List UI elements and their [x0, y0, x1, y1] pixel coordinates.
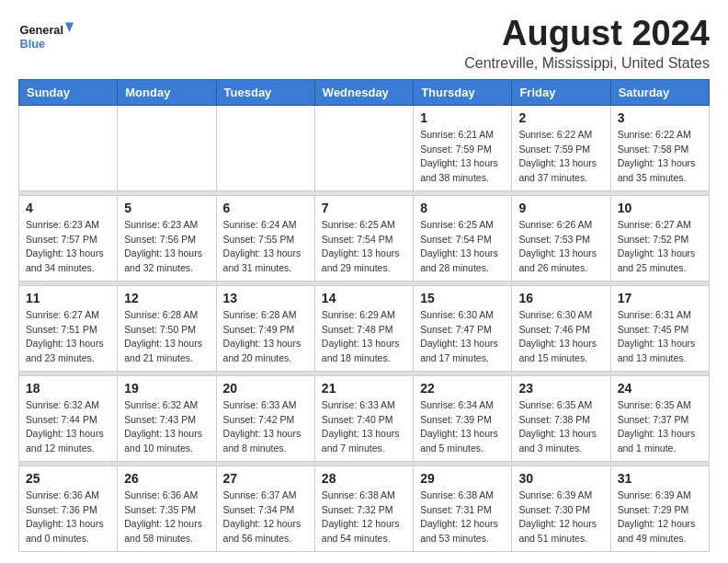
calendar-cell-1-2: 6 Sunrise: 6:24 AMSunset: 7:55 PMDayligh… — [216, 195, 314, 281]
calendar-cell-4-3: 28 Sunrise: 6:38 AMSunset: 7:32 PMDaylig… — [314, 465, 413, 551]
day-number: 27 — [223, 471, 308, 486]
day-info: Sunrise: 6:27 AMSunset: 7:51 PMDaylight:… — [26, 308, 110, 366]
calendar-cell-2-2: 13 Sunrise: 6:28 AMSunset: 7:49 PMDaylig… — [216, 285, 314, 371]
day-info: Sunrise: 6:22 AMSunset: 7:58 PMDaylight:… — [618, 128, 702, 186]
day-info: Sunrise: 6:30 AMSunset: 7:47 PMDaylight:… — [420, 308, 505, 366]
day-info: Sunrise: 6:26 AMSunset: 7:53 PMDaylight:… — [518, 218, 603, 276]
day-number: 13 — [223, 291, 308, 305]
day-number: 16 — [518, 291, 603, 305]
week-row-5: 25 Sunrise: 6:36 AMSunset: 7:36 PMDaylig… — [19, 465, 710, 551]
header-tuesday: Tuesday — [216, 79, 314, 105]
calendar-cell-2-6: 17 Sunrise: 6:31 AMSunset: 7:45 PMDaylig… — [610, 285, 709, 371]
week-row-3: 11 Sunrise: 6:27 AMSunset: 7:51 PMDaylig… — [19, 285, 710, 371]
day-number: 9 — [518, 201, 603, 215]
svg-marker-2 — [65, 23, 74, 33]
calendar-cell-0-0 — [19, 105, 118, 190]
day-number: 17 — [618, 291, 702, 305]
day-number: 15 — [420, 291, 505, 305]
calendar-cell-3-3: 21 Sunrise: 6:33 AMSunset: 7:40 PMDaylig… — [314, 375, 413, 461]
day-number: 11 — [26, 291, 110, 305]
day-info: Sunrise: 6:32 AMSunset: 7:43 PMDaylight:… — [124, 398, 209, 456]
calendar-cell-2-0: 11 Sunrise: 6:27 AMSunset: 7:51 PMDaylig… — [19, 285, 118, 371]
calendar-cell-2-3: 14 Sunrise: 6:29 AMSunset: 7:48 PMDaylig… — [314, 285, 413, 371]
calendar-cell-4-2: 27 Sunrise: 6:37 AMSunset: 7:34 PMDaylig… — [216, 465, 314, 551]
day-info: Sunrise: 6:23 AMSunset: 7:56 PMDaylight:… — [124, 218, 209, 276]
day-info: Sunrise: 6:25 AMSunset: 7:54 PMDaylight:… — [420, 218, 505, 276]
calendar-cell-3-6: 24 Sunrise: 6:35 AMSunset: 7:37 PMDaylig… — [610, 375, 709, 461]
day-number: 6 — [223, 201, 308, 215]
day-info: Sunrise: 6:31 AMSunset: 7:45 PMDaylight:… — [618, 308, 702, 366]
day-number: 25 — [26, 471, 110, 486]
calendar-table: Sunday Monday Tuesday Wednesday Thursday… — [18, 79, 710, 552]
day-info: Sunrise: 6:36 AMSunset: 7:36 PMDaylight:… — [26, 488, 110, 546]
day-number: 30 — [518, 471, 603, 486]
day-number: 7 — [322, 201, 406, 215]
header-saturday: Saturday — [610, 79, 709, 105]
day-number: 4 — [26, 201, 110, 215]
header-thursday: Thursday — [414, 79, 512, 105]
calendar-cell-3-4: 22 Sunrise: 6:34 AMSunset: 7:39 PMDaylig… — [414, 375, 512, 461]
day-number: 22 — [420, 381, 505, 396]
day-number: 10 — [618, 201, 702, 215]
day-number: 29 — [420, 471, 505, 486]
day-info: Sunrise: 6:28 AMSunset: 7:50 PMDaylight:… — [124, 308, 209, 366]
day-number: 2 — [518, 110, 603, 125]
calendar-cell-4-4: 29 Sunrise: 6:38 AMSunset: 7:31 PMDaylig… — [414, 465, 512, 551]
calendar-cell-4-5: 30 Sunrise: 6:39 AMSunset: 7:30 PMDaylig… — [512, 465, 610, 551]
day-info: Sunrise: 6:35 AMSunset: 7:37 PMDaylight:… — [618, 398, 702, 456]
day-info: Sunrise: 6:32 AMSunset: 7:44 PMDaylight:… — [26, 398, 110, 456]
svg-text:Blue: Blue — [20, 37, 46, 51]
day-number: 28 — [322, 471, 406, 486]
day-info: Sunrise: 6:37 AMSunset: 7:34 PMDaylight:… — [223, 488, 308, 546]
week-row-1: 1 Sunrise: 6:21 AMSunset: 7:59 PMDayligh… — [19, 105, 710, 190]
day-info: Sunrise: 6:33 AMSunset: 7:42 PMDaylight:… — [223, 398, 308, 456]
day-info: Sunrise: 6:34 AMSunset: 7:39 PMDaylight:… — [420, 398, 505, 456]
page-header: General Blue August 2024 Centreville, Mi… — [18, 15, 710, 72]
day-info: Sunrise: 6:21 AMSunset: 7:59 PMDaylight:… — [420, 128, 505, 186]
logo-svg: General Blue — [18, 15, 74, 55]
month-title: August 2024 — [464, 15, 710, 53]
header-sunday: Sunday — [19, 79, 118, 105]
calendar-cell-0-6: 3 Sunrise: 6:22 AMSunset: 7:58 PMDayligh… — [610, 105, 709, 190]
calendar-cell-2-5: 16 Sunrise: 6:30 AMSunset: 7:46 PMDaylig… — [512, 285, 610, 371]
week-row-2: 4 Sunrise: 6:23 AMSunset: 7:57 PMDayligh… — [19, 195, 710, 281]
calendar-cell-4-0: 25 Sunrise: 6:36 AMSunset: 7:36 PMDaylig… — [19, 465, 118, 551]
logo: General Blue — [18, 15, 74, 55]
day-number: 23 — [518, 381, 603, 396]
calendar-cell-0-5: 2 Sunrise: 6:22 AMSunset: 7:59 PMDayligh… — [512, 105, 610, 190]
day-info: Sunrise: 6:24 AMSunset: 7:55 PMDaylight:… — [223, 218, 308, 276]
header-friday: Friday — [512, 79, 610, 105]
calendar-cell-4-1: 26 Sunrise: 6:36 AMSunset: 7:35 PMDaylig… — [118, 465, 216, 551]
day-number: 26 — [124, 471, 209, 486]
title-section: August 2024 Centreville, Mississippi, Un… — [464, 15, 710, 72]
calendar-cell-0-4: 1 Sunrise: 6:21 AMSunset: 7:59 PMDayligh… — [414, 105, 512, 190]
day-info: Sunrise: 6:23 AMSunset: 7:57 PMDaylight:… — [26, 218, 110, 276]
day-info: Sunrise: 6:29 AMSunset: 7:48 PMDaylight:… — [322, 308, 406, 366]
day-info: Sunrise: 6:38 AMSunset: 7:32 PMDaylight:… — [322, 488, 406, 546]
svg-text:General: General — [20, 23, 63, 37]
calendar-cell-3-2: 20 Sunrise: 6:33 AMSunset: 7:42 PMDaylig… — [216, 375, 314, 461]
weekday-header-row: Sunday Monday Tuesday Wednesday Thursday… — [19, 79, 710, 105]
calendar-cell-1-1: 5 Sunrise: 6:23 AMSunset: 7:56 PMDayligh… — [118, 195, 216, 281]
day-number: 20 — [223, 381, 308, 396]
day-number: 21 — [322, 381, 406, 396]
calendar-cell-3-0: 18 Sunrise: 6:32 AMSunset: 7:44 PMDaylig… — [19, 375, 118, 461]
day-info: Sunrise: 6:22 AMSunset: 7:59 PMDaylight:… — [518, 128, 603, 186]
day-info: Sunrise: 6:36 AMSunset: 7:35 PMDaylight:… — [124, 488, 209, 546]
day-info: Sunrise: 6:39 AMSunset: 7:30 PMDaylight:… — [518, 488, 603, 546]
day-number: 12 — [124, 291, 209, 305]
calendar-cell-0-3 — [314, 105, 413, 190]
day-number: 31 — [618, 471, 702, 486]
calendar-cell-3-5: 23 Sunrise: 6:35 AMSunset: 7:38 PMDaylig… — [512, 375, 610, 461]
day-info: Sunrise: 6:39 AMSunset: 7:29 PMDaylight:… — [618, 488, 702, 546]
day-info: Sunrise: 6:33 AMSunset: 7:40 PMDaylight:… — [322, 398, 406, 456]
calendar-cell-1-3: 7 Sunrise: 6:25 AMSunset: 7:54 PMDayligh… — [314, 195, 413, 281]
calendar-cell-0-2 — [216, 105, 314, 190]
day-info: Sunrise: 6:27 AMSunset: 7:52 PMDaylight:… — [618, 218, 702, 276]
calendar-cell-1-5: 9 Sunrise: 6:26 AMSunset: 7:53 PMDayligh… — [512, 195, 610, 281]
day-info: Sunrise: 6:30 AMSunset: 7:46 PMDaylight:… — [518, 308, 603, 366]
day-number: 3 — [618, 110, 702, 125]
day-number: 24 — [618, 381, 702, 396]
calendar-cell-1-0: 4 Sunrise: 6:23 AMSunset: 7:57 PMDayligh… — [19, 195, 118, 281]
day-info: Sunrise: 6:25 AMSunset: 7:54 PMDaylight:… — [322, 218, 406, 276]
